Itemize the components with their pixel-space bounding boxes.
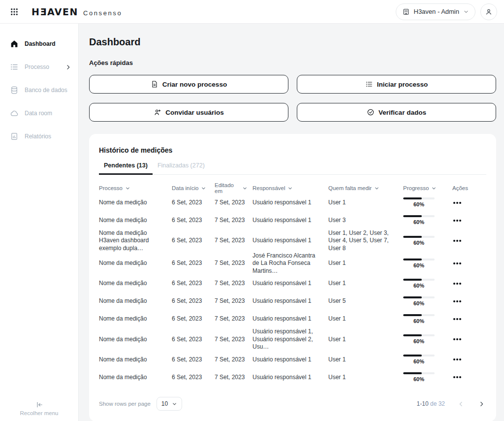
column-header-quem-falta-medir[interactable]: Quem falta medir [328, 185, 403, 191]
cell-responsavel: José Francisco Alcantra de La Rocha Fons… [252, 252, 328, 275]
cell-acoes [452, 237, 486, 245]
column-header-responsavel[interactable]: Responsável [252, 185, 328, 191]
create-process-button[interactable]: Criar novo processo [89, 75, 288, 94]
quick-actions-title: Ações rápidas [89, 59, 496, 66]
progress-label: 60% [403, 338, 435, 345]
org-selector[interactable]: H3aven - Admin [396, 3, 476, 20]
cell-editado-em: 7 Set, 2023 [215, 237, 252, 244]
more-options-icon[interactable] [452, 356, 462, 363]
sidebar-item-label: Banco de dados [25, 87, 67, 94]
tab-pendentes[interactable]: Pendentes (13) [99, 160, 153, 175]
table-row: Nome da medição 6 Set, 2023 7 Set, 2023 … [99, 194, 486, 212]
history-title: Histórico de medições [99, 146, 486, 154]
sidebar-item-dashboard[interactable]: Dashboard [0, 34, 78, 53]
cell-progresso: 60% [403, 236, 452, 246]
sidebar-item-processo[interactable]: Processo [0, 58, 78, 76]
sidebar-item-data-room[interactable]: Data room [0, 104, 78, 123]
cell-responsavel: Usuário responsável 1 [252, 297, 328, 305]
org-selector-label: H3aven - Admin [414, 8, 460, 15]
cell-progresso: 60% [403, 215, 452, 226]
column-header-editado-em[interactable]: Editado em [215, 182, 252, 194]
cell-progresso: 60% [403, 259, 452, 269]
cell-quem-falta-medir: User 1 [328, 280, 403, 287]
more-options-icon[interactable] [452, 297, 462, 305]
table-row: Nome da medição 6 Set, 2023 7 Set, 2023 … [99, 368, 486, 386]
page-title: Dashboard [89, 36, 496, 48]
column-label: Ações [452, 185, 468, 191]
chevron-down-icon [287, 186, 293, 191]
verify-data-button[interactable]: Verificar dados [297, 103, 496, 122]
cell-processo: Nome da medição [99, 259, 172, 267]
progress-label: 60% [403, 376, 435, 383]
cell-processo: Nome da medição [99, 315, 172, 323]
chevron-left-icon[interactable] [456, 399, 466, 409]
more-options-icon[interactable] [452, 217, 462, 225]
more-options-icon[interactable] [452, 237, 462, 245]
progress-bar: 60% [403, 372, 435, 383]
progress-bar: 60% [403, 215, 435, 226]
button-label: Convidar usuários [165, 109, 224, 116]
more-options-icon[interactable] [452, 373, 462, 381]
invite-users-button[interactable]: Convidar usuários [89, 103, 288, 122]
table-row: Nome da medição 6 Set, 2023 7 Set, 2023 … [99, 252, 486, 275]
sidebar-item-banco-de-dados[interactable]: Banco de dados [0, 81, 78, 99]
cell-acoes [452, 217, 486, 225]
column-label: Progresso [403, 185, 429, 191]
list-icon [365, 80, 373, 88]
cell-acoes [452, 259, 486, 267]
rows-per-page-select[interactable]: 10 [157, 397, 182, 411]
table-row: Nome da medição H3aven dashboard exemplo… [99, 229, 486, 252]
user-menu-button[interactable] [480, 3, 497, 20]
cell-processo: Nome da medição [99, 199, 172, 206]
building-icon [402, 8, 410, 16]
measurements-table-body: Nome da medição 6 Set, 2023 7 Set, 2023 … [99, 194, 486, 386]
pagination-range: 1-10 de 32 [417, 400, 445, 407]
sidebar-item-relatorios[interactable]: Relatórios [0, 127, 78, 146]
user-plus-icon [154, 108, 161, 116]
tab-finalizadas[interactable]: Finalizadas (272) [153, 160, 210, 175]
cell-editado-em: 7 Set, 2023 [215, 374, 252, 381]
more-options-icon[interactable] [452, 259, 462, 267]
cell-quem-falta-medir: User 1 [328, 315, 403, 323]
collapse-menu-label: Recolher menu [20, 410, 59, 416]
table-footer: Show rows per page 10 1-10 de 32 [99, 395, 486, 415]
cell-acoes [452, 335, 486, 343]
cell-editado-em: 7 Set, 2023 [215, 199, 252, 206]
main-content: Dashboard Ações rápidas Criar novo proce… [79, 24, 504, 421]
sidebar-item-label: Data room [25, 110, 52, 117]
more-options-icon[interactable] [452, 335, 462, 343]
chevron-right-icon[interactable] [476, 399, 486, 409]
progress-bar: 60% [403, 259, 435, 269]
chevron-down-icon [463, 9, 469, 15]
apps-grid-icon[interactable] [7, 4, 22, 19]
cell-quem-falta-medir: User 1 [328, 374, 403, 381]
cell-progresso: 60% [403, 296, 452, 307]
start-process-button[interactable]: Iniciar processo [297, 75, 496, 94]
quick-actions: Criar novo processo Iniciar processo Con… [89, 75, 496, 122]
more-options-icon[interactable] [452, 315, 462, 323]
cell-editado-em: 7 Set, 2023 [215, 336, 252, 343]
column-label: Responsável [252, 185, 285, 191]
cell-responsavel: Usuário responsável 1 [252, 280, 328, 287]
cell-responsavel: Usuário responsável 1 [252, 199, 328, 206]
cell-progresso: 60% [403, 355, 452, 365]
cell-quem-falta-medir: User 5 [328, 297, 403, 305]
database-icon [10, 86, 19, 95]
rows-per-page-label: Show rows per page [99, 401, 151, 407]
button-label: Verificar dados [378, 109, 426, 116]
cell-processo: Nome da medição H3aven dashboard exemplo… [99, 229, 172, 252]
column-header-progresso[interactable]: Progresso [403, 185, 452, 191]
logo-product-name: Consenso [83, 9, 122, 17]
cell-acoes [452, 315, 486, 323]
table-row: Nome da medição 6 Set, 2023 7 Set, 2023 … [99, 328, 486, 351]
column-label: Data início [172, 185, 198, 191]
cell-processo: Nome da medição [99, 336, 172, 343]
more-options-icon[interactable] [452, 199, 462, 207]
cell-quem-falta-medir: User 1, User 2, User 3, User 4, User 5, … [328, 229, 403, 252]
pagination-range-total: de 32 [430, 400, 445, 407]
collapse-menu-button[interactable]: Recolher menu [0, 401, 78, 416]
column-header-data-inicio[interactable]: Data início [172, 185, 215, 191]
more-options-icon[interactable] [452, 280, 462, 288]
column-header-processo[interactable]: Processo [99, 185, 172, 191]
table-header-row: Processo Data início Editado em Responsá… [99, 182, 486, 194]
